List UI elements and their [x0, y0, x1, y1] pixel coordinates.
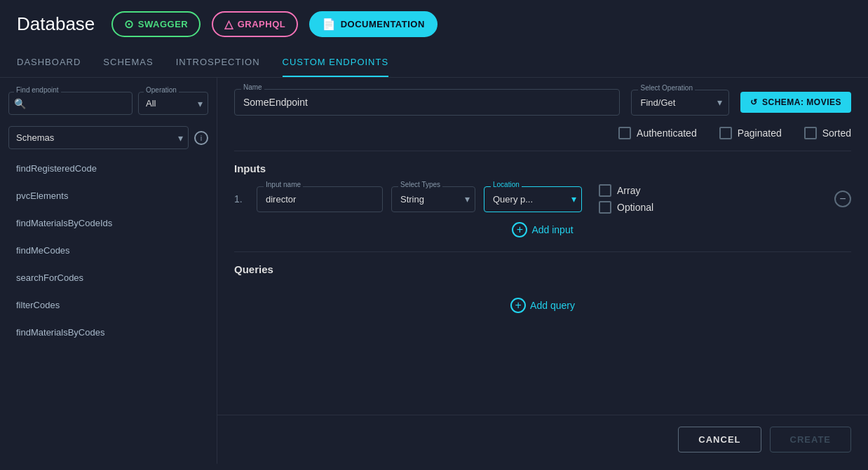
create-button[interactable]: CREATE — [770, 427, 851, 452]
queries-title: Queries — [234, 263, 851, 275]
documentation-button[interactable]: 📄 DOCUMENTATION — [309, 11, 438, 37]
schema-badge-icon: ↺ — [750, 97, 758, 107]
list-item[interactable]: findMaterialsByCodes — [0, 319, 217, 346]
input-name-label: Input name — [264, 181, 303, 188]
list-item[interactable]: findMeCodes — [0, 237, 217, 264]
inline-checkboxes: Array Optional — [599, 184, 653, 214]
array-checkbox-box[interactable] — [599, 184, 611, 197]
location-wrapper: Location Query p... Body Header Path — [484, 186, 582, 212]
select-operation-label: Select Operation — [638, 84, 695, 92]
graphql-icon: △ — [224, 18, 233, 31]
documentation-label: DOCUMENTATION — [341, 19, 425, 29]
documentation-icon: 📄 — [322, 18, 337, 31]
sidebar-list: findRegisteredCode pvcElements findMater… — [0, 155, 217, 455]
location-label: Location — [491, 181, 522, 188]
form-row-top: Name Select Operation Find/Get Create Up… — [234, 89, 851, 116]
optional-label: Optional — [617, 202, 653, 213]
paginated-checkbox-box[interactable] — [719, 127, 732, 139]
authenticated-checkbox-box[interactable] — [618, 127, 631, 139]
optional-checkbox-box[interactable] — [599, 201, 611, 214]
bottom-bar: CANCEL CREATE — [217, 415, 868, 464]
add-input-button[interactable]: + Add input — [512, 222, 573, 237]
list-item[interactable]: pvcElements — [0, 182, 217, 209]
authenticated-checkbox[interactable]: Authenticated — [618, 127, 697, 139]
tab-dashboard[interactable]: DASHBOARD — [17, 48, 81, 77]
content-form: Name Select Operation Find/Get Create Up… — [217, 78, 868, 336]
schema-badge-label: SCHEMA: MOVIES — [762, 97, 841, 107]
add-query-button[interactable]: + Add query — [510, 298, 575, 313]
select-types-wrapper: Select Types String Int Boolean Float ID — [391, 186, 475, 212]
filter-row: Find endpoint 🔍 Operation All GET POST — [0, 86, 217, 123]
info-icon[interactable]: i — [194, 131, 208, 145]
add-query-label: Add query — [530, 300, 575, 311]
input-name-input[interactable] — [257, 186, 383, 212]
tab-schemas[interactable]: SCHEMAS — [103, 48, 153, 77]
input-name-wrapper: Input name — [257, 186, 383, 212]
checkboxes-row: Authenticated Paginated Sorted — [234, 127, 851, 139]
sidebar: Find endpoint 🔍 Operation All GET POST S… — [0, 78, 217, 464]
select-types-label: Select Types — [398, 181, 442, 188]
operation-select[interactable]: All GET POST — [138, 92, 208, 115]
add-query-row: + Add query — [234, 298, 851, 313]
inputs-section: Inputs 1. Input name Select Types String… — [234, 163, 851, 249]
add-input-row: + Add input — [234, 222, 851, 237]
spacer — [217, 336, 868, 415]
operation-wrapper: Operation All GET POST — [138, 92, 208, 115]
minus-icon: − — [839, 193, 846, 205]
tabs-bar: DASHBOARD SCHEMAS INTROSPECTION CUSTOM E… — [0, 48, 868, 78]
name-field-wrapper: Name — [234, 89, 620, 116]
swagger-icon: ⊙ — [124, 18, 134, 31]
list-item[interactable]: filterCodes — [0, 291, 217, 319]
main-layout: Find endpoint 🔍 Operation All GET POST S… — [0, 78, 868, 464]
sorted-checkbox-box[interactable] — [804, 127, 817, 139]
schemas-select-wrapper: Schemas Movies Books — [8, 126, 189, 149]
find-endpoint-input[interactable] — [8, 92, 133, 115]
input-row-1: 1. Input name Select Types String Int Bo… — [234, 184, 851, 214]
list-item[interactable]: searchForCodes — [0, 264, 217, 291]
cancel-button[interactable]: CANCEL — [678, 427, 761, 452]
sorted-checkbox[interactable]: Sorted — [804, 127, 851, 139]
tab-introspection[interactable]: INTROSPECTION — [176, 48, 260, 77]
tab-custom-endpoints[interactable]: CUSTOM ENDPOINTS — [283, 48, 389, 77]
authenticated-label: Authenticated — [637, 127, 697, 139]
content-area: Name Select Operation Find/Get Create Up… — [217, 78, 868, 464]
list-item[interactable]: findMaterialsByCodeIds — [0, 209, 217, 237]
divider — [234, 151, 851, 151]
add-input-label: Add input — [531, 224, 573, 235]
find-endpoint-label: Find endpoint — [14, 86, 61, 94]
find-endpoint-wrapper: Find endpoint 🔍 — [8, 92, 133, 115]
paginated-label: Paginated — [738, 127, 782, 139]
list-item[interactable]: findRegisteredCode — [0, 155, 217, 182]
graphql-button[interactable]: △ GRAPHQL — [212, 11, 298, 37]
app-title: Database — [17, 13, 95, 35]
array-label: Array — [617, 185, 640, 196]
array-checkbox[interactable]: Array — [599, 184, 653, 197]
add-input-plus-icon: + — [512, 222, 527, 237]
header: Database ⊙ SWAGGER △ GRAPHQL 📄 DOCUMENTA… — [0, 0, 868, 48]
schemas-select[interactable]: Schemas Movies Books — [8, 126, 189, 149]
add-query-plus-icon: + — [510, 298, 526, 313]
paginated-checkbox[interactable]: Paginated — [719, 127, 782, 139]
inputs-title: Inputs — [234, 163, 851, 174]
swagger-label: SWAGGER — [138, 19, 188, 29]
sorted-label: Sorted — [822, 127, 851, 139]
search-icon: 🔍 — [14, 98, 26, 109]
queries-section: Queries + Add query — [234, 251, 851, 324]
name-input[interactable] — [234, 89, 620, 116]
swagger-button[interactable]: ⊙ SWAGGER — [111, 11, 201, 37]
schema-badge[interactable]: ↺ SCHEMA: MOVIES — [740, 92, 851, 113]
row-number: 1. — [234, 193, 248, 205]
optional-checkbox[interactable]: Optional — [599, 201, 653, 214]
operation-label: Operation — [144, 86, 179, 94]
location-select[interactable]: Query p... Body Header Path — [484, 186, 582, 212]
select-operation-wrapper: Select Operation Find/Get Create Update … — [631, 90, 729, 116]
name-label: Name — [241, 83, 264, 91]
select-operation-select[interactable]: Find/Get Create Update Delete — [631, 90, 729, 116]
schemas-row: Schemas Movies Books i — [0, 123, 217, 155]
graphql-label: GRAPHQL — [238, 19, 286, 29]
remove-input-button[interactable]: − — [834, 191, 851, 207]
select-types-select[interactable]: String Int Boolean Float ID — [391, 186, 475, 212]
